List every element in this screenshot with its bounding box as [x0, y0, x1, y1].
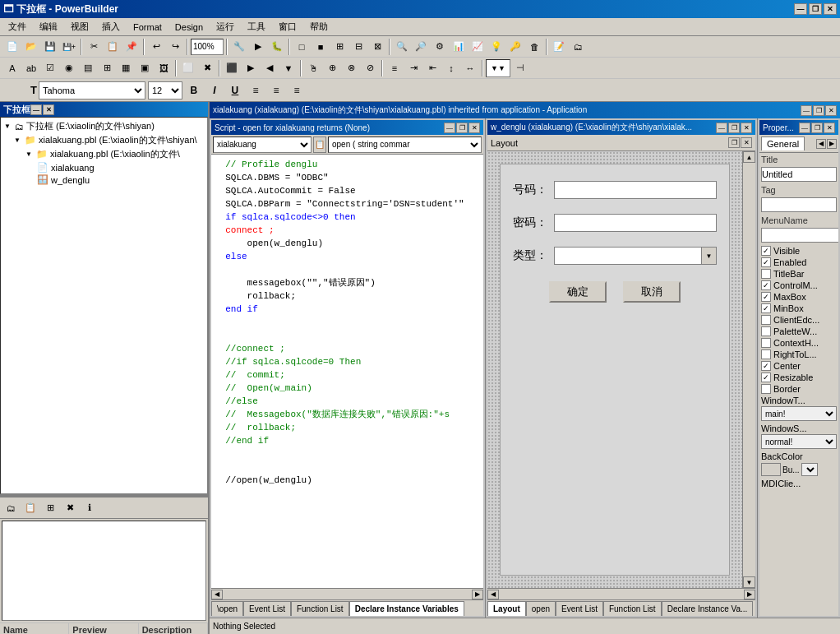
- props-title-input[interactable]: [761, 167, 837, 182]
- new-btn[interactable]: 📄: [3, 38, 21, 56]
- tb2-8[interactable]: ▣: [136, 59, 154, 77]
- undo-btn[interactable]: ↩: [147, 38, 165, 56]
- tb2-26[interactable]: ⊣: [511, 59, 529, 77]
- backcolor-select[interactable]: ▼: [801, 463, 818, 476]
- tb-icon-8[interactable]: ⚙: [431, 38, 449, 56]
- italic-button[interactable]: I: [205, 81, 224, 99]
- resizable-checkbox[interactable]: ✓: [761, 373, 771, 382]
- tb-icon-4[interactable]: ⊟: [349, 38, 367, 56]
- palettew-checkbox[interactable]: [761, 326, 771, 336]
- tb2-3[interactable]: ☑: [41, 59, 59, 77]
- minbox-checkbox[interactable]: ✓: [761, 303, 771, 313]
- tb2-9[interactable]: 🖼: [155, 59, 173, 77]
- layout-hscroll[interactable]: ◀ ▶: [487, 588, 755, 599]
- tb2-7[interactable]: ▦: [117, 59, 135, 77]
- save-btn[interactable]: 💾: [41, 38, 59, 56]
- contexth-checkbox[interactable]: [761, 338, 771, 348]
- bottom-btn1[interactable]: 🗂: [2, 499, 20, 517]
- left-panel-close[interactable]: ✕: [43, 104, 54, 115]
- layout-close[interactable]: ✕: [741, 123, 752, 133]
- cut-btn[interactable]: ✂: [85, 38, 103, 56]
- app-restore[interactable]: ❐: [813, 105, 824, 116]
- tb-icon-15[interactable]: 🗂: [569, 38, 587, 56]
- script-tab-open[interactable]: \open: [211, 601, 243, 616]
- menu-window[interactable]: 窗口: [272, 19, 303, 35]
- bottom-btn3[interactable]: ⊞: [41, 499, 59, 517]
- minimize-button[interactable]: —: [794, 3, 807, 15]
- close-button[interactable]: ✕: [824, 3, 837, 15]
- props-nav-left[interactable]: ◀: [816, 139, 826, 149]
- maxbox-checkbox[interactable]: ✓: [761, 292, 771, 302]
- app-close[interactable]: ✕: [825, 105, 837, 116]
- tree-item-root[interactable]: ▼ 🗂 下拉框 (E:\xiaolin的文件\shiyan): [2, 119, 205, 133]
- windowt-select[interactable]: main!: [761, 406, 837, 421]
- righttol-checkbox[interactable]: [761, 349, 771, 359]
- debug-btn[interactable]: 🐛: [268, 38, 286, 56]
- tb-icon-9[interactable]: 📊: [450, 38, 468, 56]
- tb-icon-7[interactable]: 🔎: [412, 38, 430, 56]
- redo-btn[interactable]: ↪: [166, 38, 184, 56]
- menu-format[interactable]: Format: [127, 21, 168, 34]
- tb2-4[interactable]: ◉: [60, 59, 78, 77]
- left-panel-minimize[interactable]: —: [30, 104, 42, 115]
- layout-canvas[interactable]: 号码： 密码： 类型：: [487, 151, 742, 588]
- script-event-select[interactable]: open ( string commar: [328, 137, 482, 153]
- layout-tab-declare[interactable]: Declare Instance Va...: [662, 601, 754, 616]
- layout-tab-layout[interactable]: Layout: [487, 601, 526, 616]
- tree-item-wdenglu[interactable]: 🪟 w_denglu: [2, 174, 205, 186]
- menu-run[interactable]: 运行: [210, 19, 241, 35]
- inner-layout-close[interactable]: ✕: [741, 137, 752, 148]
- props-close[interactable]: ✕: [824, 123, 835, 133]
- size-select[interactable]: 12: [148, 81, 182, 99]
- menu-view[interactable]: 视图: [64, 19, 95, 35]
- tb2-17[interactable]: ⊕: [323, 59, 341, 77]
- tb-icon-13[interactable]: 🗑: [525, 38, 543, 56]
- tb2-18[interactable]: ⊗: [342, 59, 360, 77]
- align-center-btn[interactable]: ≡: [267, 81, 285, 99]
- script-hscroll[interactable]: ◀ ▶: [211, 588, 483, 599]
- tb2-5[interactable]: ▤: [79, 59, 97, 77]
- tb2-2[interactable]: ab: [22, 59, 40, 77]
- restore-button[interactable]: ❐: [809, 3, 822, 15]
- tree-item-xialakuang[interactable]: 📄 xialakuang: [2, 161, 205, 174]
- bottom-btn5[interactable]: ℹ: [81, 499, 99, 517]
- border-checkbox[interactable]: [761, 384, 771, 394]
- open-btn[interactable]: 📂: [22, 38, 40, 56]
- menu-file[interactable]: 文件: [2, 19, 33, 35]
- paste-icon-btn[interactable]: 📋: [313, 137, 326, 153]
- paste-btn[interactable]: 📌: [122, 38, 141, 56]
- script-close[interactable]: ✕: [468, 123, 480, 133]
- props-menuname-input[interactable]: [761, 228, 838, 243]
- tb-icon-12[interactable]: 🔑: [506, 38, 524, 56]
- tb-icon-1[interactable]: □: [293, 38, 311, 56]
- tb2-11[interactable]: ✖: [198, 59, 216, 77]
- hlayout-scroll-left[interactable]: ◀: [487, 590, 499, 599]
- tb-icon-6[interactable]: 🔍: [393, 38, 411, 56]
- confirm-button[interactable]: 确定: [549, 281, 607, 303]
- bottom-btn2[interactable]: 📋: [21, 499, 39, 517]
- tree-item-pbl2[interactable]: ▼ 📁 xialakuang.pbl (E:\xiaolin的文件\: [2, 147, 205, 161]
- tb2-16[interactable]: 🖱: [304, 59, 322, 77]
- tb-icon-10[interactable]: 📈: [468, 38, 487, 56]
- align-left-btn[interactable]: ≡: [247, 81, 265, 99]
- layout-minimize[interactable]: —: [716, 123, 727, 133]
- center-checkbox[interactable]: ✓: [761, 361, 771, 371]
- mima-input[interactable]: [554, 214, 717, 232]
- hlayout-scroll-right[interactable]: ▶: [744, 590, 755, 599]
- layout-tab-eventlist[interactable]: Event List: [556, 601, 603, 616]
- dropdown-arrow[interactable]: ▼: [701, 248, 716, 264]
- menu-tools[interactable]: 工具: [241, 19, 272, 35]
- tb-icon-14[interactable]: 📝: [550, 38, 568, 56]
- props-tag-input[interactable]: [761, 197, 837, 212]
- tb2-23[interactable]: ↕: [442, 59, 460, 77]
- zoom-input[interactable]: 100%: [191, 39, 224, 55]
- copy-btn[interactable]: 📋: [104, 38, 122, 56]
- tb2-6[interactable]: ⊞: [98, 59, 116, 77]
- tb2-25[interactable]: ▼▼: [486, 59, 510, 77]
- props-tab-general[interactable]: General: [761, 137, 805, 150]
- cancel-button[interactable]: 取消: [623, 281, 681, 303]
- font-select[interactable]: Tahoma: [39, 81, 145, 99]
- tb-icon-5[interactable]: ⊠: [368, 38, 386, 56]
- script-content-area[interactable]: // Profile denglu SQLCA.DBMS = "ODBC" SQ…: [211, 155, 483, 588]
- controlm-checkbox[interactable]: ✓: [761, 280, 771, 290]
